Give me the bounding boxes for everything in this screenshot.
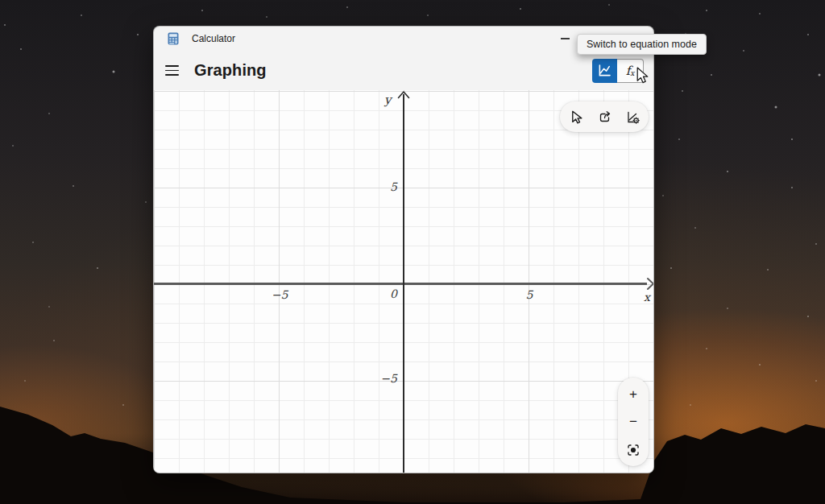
hamburger-menu-icon[interactable] (165, 62, 183, 80)
y-tick-5: 5 (378, 180, 397, 193)
y-axis (403, 94, 404, 473)
graph-toolbar (560, 101, 649, 132)
x-tick-neg5: −5 (267, 288, 292, 301)
graph-mode-button[interactable] (592, 59, 617, 83)
graph-options-button[interactable] (620, 105, 645, 129)
y-axis-arrow-icon (397, 90, 410, 102)
x-axis (154, 283, 647, 285)
zoom-controls: + − (618, 378, 649, 466)
origin-tick: 0 (378, 287, 397, 300)
minimize-icon (561, 38, 570, 39)
y-axis-label: y (384, 93, 391, 107)
center-view-icon (626, 443, 641, 457)
x-axis-arrow-icon (641, 277, 654, 291)
calculator-icon (167, 32, 180, 45)
trace-pointer-icon (569, 109, 583, 125)
app-header: Graphing fx (154, 51, 653, 90)
mouse-pointer-icon (636, 67, 650, 85)
graph-canvas[interactable]: y x 5 −5 0 −5 5 (154, 90, 654, 473)
share-button[interactable] (592, 105, 616, 129)
line-chart-icon (597, 63, 612, 78)
minimize-button[interactable] (553, 27, 576, 51)
page-title: Graphing (194, 61, 267, 80)
fit-view-button[interactable] (621, 439, 645, 461)
share-icon (597, 109, 612, 125)
tooltip: Switch to equation mode (577, 34, 707, 55)
star-field (0, 0, 2, 2)
zoom-out-button[interactable]: − (621, 411, 645, 433)
trace-button[interactable] (564, 105, 588, 129)
app-title: Calculator (192, 33, 235, 44)
y-tick-neg5: −5 (370, 372, 397, 385)
graph-settings-icon (625, 109, 641, 125)
x-axis-label: x (644, 291, 650, 304)
calculator-window: Calculator Graphing fx (153, 26, 654, 473)
zoom-in-button[interactable]: + (621, 383, 645, 406)
x-tick-5: 5 (521, 288, 537, 301)
gear-icon (633, 118, 639, 123)
desktop-screen: Calculator Graphing fx (0, 0, 825, 504)
